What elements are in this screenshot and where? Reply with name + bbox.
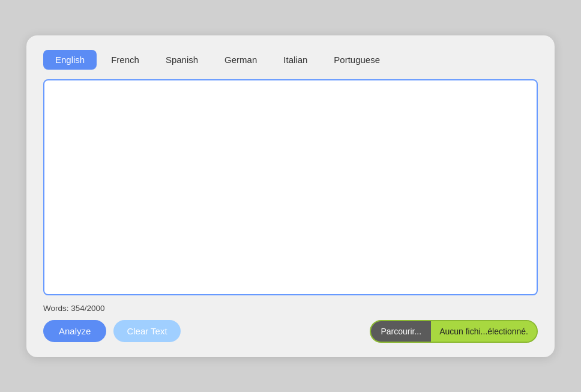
tab-german[interactable]: German — [212, 50, 269, 70]
tab-english[interactable]: English — [43, 50, 97, 70]
main-text-input[interactable] — [43, 79, 538, 295]
tab-portuguese[interactable]: Portuguese — [322, 50, 392, 70]
tab-french[interactable]: French — [99, 50, 151, 70]
text-input-wrapper — [43, 79, 538, 298]
language-tabs: English French Spanish German Italian Po… — [43, 50, 538, 70]
file-status-label: Aucun fichi...électionné. — [431, 321, 537, 342]
tab-italian[interactable]: Italian — [271, 50, 319, 70]
clear-text-button[interactable]: Clear Text — [113, 320, 180, 342]
bottom-bar: Analyze Clear Text Parcourir... Aucun fi… — [43, 320, 538, 343]
tab-spanish[interactable]: Spanish — [154, 50, 210, 70]
file-input-area: Parcourir... Aucun fichi...électionné. — [370, 320, 538, 343]
analyze-button[interactable]: Analyze — [43, 320, 106, 342]
word-count-display: Words: 354/2000 — [43, 304, 538, 313]
main-card: English French Spanish German Italian Po… — [26, 35, 555, 357]
file-browse-button[interactable]: Parcourir... — [371, 321, 431, 342]
left-buttons: Analyze Clear Text — [43, 320, 181, 342]
